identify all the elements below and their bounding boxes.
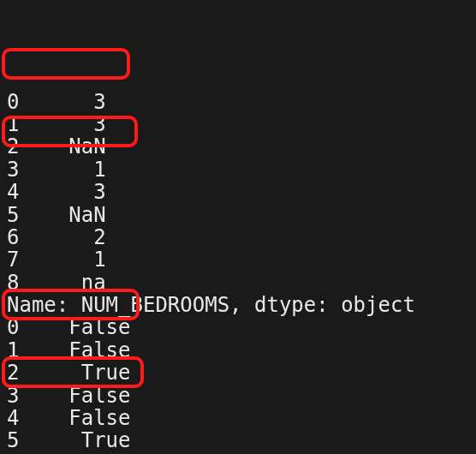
series1-row: 2 NaN bbox=[0, 135, 476, 158]
row-value: 1 bbox=[19, 248, 105, 272]
row-index: 7 bbox=[7, 248, 19, 272]
series1-row: 8 na bbox=[0, 272, 476, 294]
row-index: 5 bbox=[7, 428, 19, 452]
row-value: False bbox=[19, 315, 130, 339]
series1-row: 3 1 bbox=[0, 158, 476, 181]
row-value: 3 bbox=[19, 112, 105, 136]
row-value: False bbox=[19, 406, 130, 430]
row-value: False bbox=[19, 338, 130, 362]
row-value: NaN bbox=[19, 203, 105, 227]
series1-row: 7 1 bbox=[0, 248, 476, 271]
series1-row: 0 3 bbox=[0, 91, 476, 113]
series1-row: 5 NaN bbox=[0, 204, 476, 226]
row-index: 0 bbox=[7, 90, 19, 114]
row-index: 4 bbox=[7, 180, 19, 204]
row-index: 3 bbox=[7, 158, 19, 182]
row-value: NaN bbox=[19, 134, 105, 158]
row-index: 2 bbox=[7, 134, 19, 158]
series2-row: 1 False bbox=[0, 339, 476, 361]
row-index: 6 bbox=[7, 225, 19, 249]
row-index: 2 bbox=[7, 361, 19, 385]
series2-row: 5 True bbox=[0, 429, 476, 451]
row-index: 1 bbox=[7, 338, 19, 362]
series1-row: 1 3 bbox=[0, 113, 476, 135]
terminal-output: 0 31 32 NaN3 14 35 NaN6 27 18 naName: NU… bbox=[0, 91, 476, 454]
row-value: na bbox=[19, 271, 105, 295]
series1-info: Name: NUM_BEDROOMS, dtype: object bbox=[0, 294, 476, 316]
row-value: 2 bbox=[19, 225, 105, 249]
row-value: False bbox=[19, 384, 130, 408]
series2-row: 4 False bbox=[0, 407, 476, 429]
row-index: 4 bbox=[7, 406, 19, 430]
series2-row: 3 False bbox=[0, 385, 476, 407]
row-index: 5 bbox=[7, 203, 19, 227]
highlight-box-1 bbox=[2, 48, 130, 80]
series1-row: 4 3 bbox=[0, 181, 476, 203]
row-value: 1 bbox=[19, 158, 105, 182]
series2-row: 2 True bbox=[0, 361, 476, 384]
series1-row: 6 2 bbox=[0, 226, 476, 248]
row-value: True bbox=[19, 428, 130, 452]
row-index: 1 bbox=[7, 112, 19, 136]
row-index: 8 bbox=[7, 271, 19, 295]
row-value: 3 bbox=[19, 90, 105, 114]
row-value: True bbox=[19, 361, 130, 385]
row-index: 0 bbox=[7, 315, 19, 339]
series2-row: 0 False bbox=[0, 316, 476, 338]
row-index: 3 bbox=[7, 384, 19, 408]
row-value: 3 bbox=[19, 180, 105, 204]
